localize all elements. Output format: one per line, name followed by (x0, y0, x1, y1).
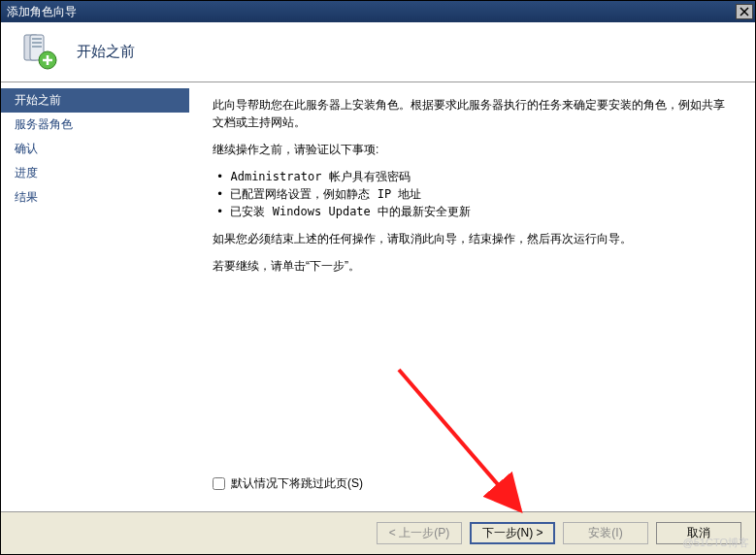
install-button: 安装(I) (563, 522, 648, 544)
verify-heading: 继续操作之前，请验证以下事项: (213, 141, 728, 158)
sidebar: 开始之前 服务器角色 确认 进度 结果 (1, 82, 189, 511)
content-pane: 此向导帮助您在此服务器上安装角色。根据要求此服务器执行的任务来确定要安装的角色，… (189, 82, 755, 511)
wizard-body: 开始之前 服务器角色 确认 进度 结果 此向导帮助您在此服务器上安装角色。根据要… (1, 82, 755, 511)
sidebar-item-progress[interactable]: 进度 (1, 161, 189, 185)
sidebar-item-results[interactable]: 结果 (1, 185, 189, 210)
close-button[interactable] (736, 4, 753, 19)
intro-text: 此向导帮助您在此服务器上安装角色。根据要求此服务器执行的任务来确定要安装的角色，… (213, 96, 728, 131)
sidebar-item-before-you-begin[interactable]: 开始之前 (1, 88, 189, 113)
skip-page-label: 默认情况下将跳过此页(S) (231, 475, 363, 492)
svg-rect-4 (32, 46, 42, 48)
svg-rect-3 (32, 42, 42, 44)
list-item: 已配置网络设置，例如静态 IP 地址 (216, 185, 728, 203)
window-title: 添加角色向导 (7, 4, 736, 20)
content-text: 此向导帮助您在此服务器上安装角色。根据要求此服务器执行的任务来确定要安装的角色，… (213, 96, 728, 475)
sidebar-item-confirmation[interactable]: 确认 (1, 137, 189, 161)
wizard-icon (18, 31, 61, 74)
titlebar: 添加角色向导 (1, 1, 755, 22)
close-icon (740, 7, 749, 16)
list-item: 已安装 Windows Update 中的最新安全更新 (216, 203, 728, 220)
cancel-button[interactable]: 取消 (656, 522, 741, 544)
next-button[interactable]: 下一步(N) > (470, 522, 555, 544)
verify-list: Administrator 帐户具有强密码 已配置网络设置，例如静态 IP 地址… (216, 168, 728, 220)
wizard-footer: < 上一步(P) 下一步(N) > 安装(I) 取消 (1, 511, 755, 554)
skip-page-checkbox[interactable] (213, 477, 225, 490)
svg-rect-2 (32, 38, 42, 40)
continue-text: 若要继续，请单击“下一步”。 (213, 257, 728, 275)
previous-button: < 上一步(P) (377, 522, 462, 544)
wizard-window: 添加角色向导 开始之前 开始之前 服务器角色 确认 进度 结果 (0, 0, 756, 555)
note-text: 如果您必须结束上述的任何操作，请取消此向导，结束操作，然后再次运行向导。 (213, 230, 728, 247)
sidebar-item-server-roles[interactable]: 服务器角色 (1, 113, 189, 137)
skip-page-row[interactable]: 默认情况下将跳过此页(S) (213, 475, 728, 492)
list-item: Administrator 帐户具有强密码 (216, 168, 728, 185)
page-title: 开始之前 (77, 43, 135, 61)
wizard-header: 开始之前 (1, 22, 755, 82)
